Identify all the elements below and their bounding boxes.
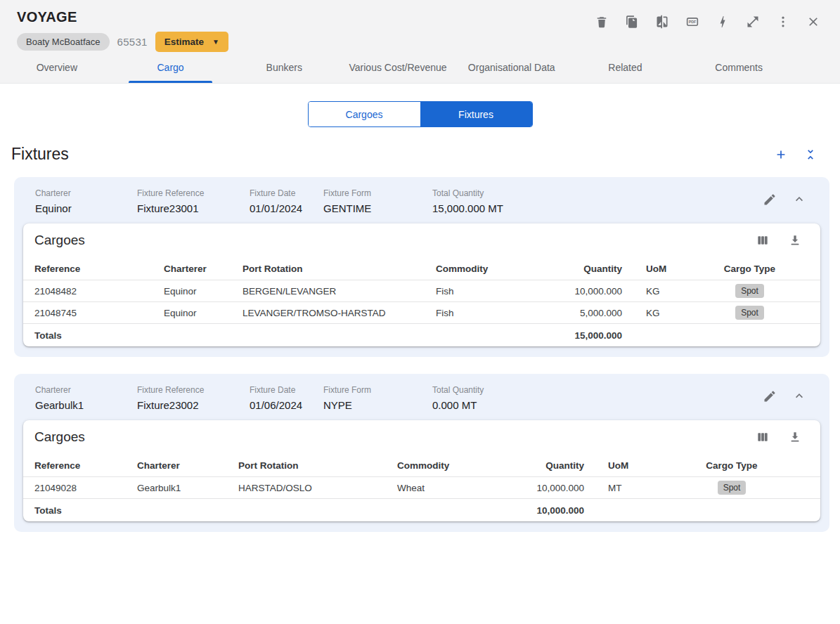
tab-cargo[interactable]: Cargo [114,52,228,83]
col-uom: UoM [622,264,690,274]
titlebar-left: VOYAGE Boaty McBoatface 65531 Estimate ▼ [17,9,228,52]
field-value: Gearbulk1 [35,399,137,411]
fixture-field-form: Fixture Form GENTIME [323,188,432,214]
cell-charterer: Equinor [164,308,243,318]
field-value: GENTIME [323,202,432,214]
cargo-type-badge: Spot [735,284,764,298]
field-label: Fixture Date [250,188,323,198]
cell-port-rotation: LEVANGER/TROMSO-HARSTAD [243,308,436,318]
cell-quantity: 5,000.000 [554,308,622,318]
field-value: Fixture23001 [137,202,250,214]
field-value: Fixture23002 [137,399,250,411]
more-vert-icon[interactable] [776,14,791,30]
field-label: Total Quantity [432,188,503,198]
voyage-number: 65531 [117,36,148,48]
fixtures-section-title: Fixtures [11,145,69,164]
copy-icon[interactable] [625,14,640,30]
fixture-header: Charterer Equinor Fixture Reference Fixt… [23,186,820,223]
fixture-field-reference: Fixture Reference Fixture23001 [137,188,250,214]
col-quantity: Quantity [554,264,622,274]
col-reference: Reference [34,460,137,471]
cell-reference: 21049028 [34,483,137,493]
svg-text:PDF: PDF [689,20,697,24]
cell-uom: KG [622,308,690,318]
columns-icon[interactable] [756,429,771,445]
cell-quantity: 10,000.000 [514,483,584,493]
col-commodity: Commodity [436,264,554,274]
delete-icon[interactable] [595,14,610,30]
fixture-field-charterer: Charterer Equinor [35,188,137,214]
fixtures-section-actions [774,147,819,162]
cargoes-table: Reference Charterer Port Rotation Commod… [23,257,820,346]
fixture-field-form: Fixture Form NYPE [323,385,432,411]
download-icon[interactable] [788,429,803,445]
col-port-rotation: Port Rotation [238,460,397,471]
tab-comments[interactable]: Comments [682,52,796,83]
expand-icon[interactable] [746,14,761,30]
download-icon[interactable] [788,233,803,248]
field-label: Fixture Form [323,385,432,395]
cell-commodity: Fish [436,308,554,318]
cargoes-fixtures-toggle: Cargoes Fixtures [308,101,533,127]
fixture-field-total-quantity: Total Quantity 0.000 MT [432,385,484,411]
cell-commodity: Wheat [397,483,514,493]
titlebar-actions: PDF [595,9,822,52]
col-charterer: Charterer [137,460,238,471]
cell-uom: KG [622,286,690,297]
tab-organisational-data[interactable]: Organisational Data [455,52,569,83]
fixture-field-date: Fixture Date 01/06/2024 [250,385,323,411]
fixture-header-actions [763,389,808,404]
fixture-header: Charterer Gearbulk1 Fixture Reference Fi… [23,383,820,420]
cell-quantity: 10,000.000 [554,286,622,297]
field-value: 0.000 MT [432,399,484,411]
close-icon[interactable] [806,14,822,30]
field-value: Equinor [35,202,137,214]
cell-charterer: Gearbulk1 [137,483,238,493]
field-label: Charterer [35,188,137,198]
cargoes-title: Cargoes [34,233,85,248]
estimate-label: Estimate [164,37,204,47]
cell-uom: MT [584,483,654,493]
col-reference: Reference [34,264,164,274]
pdf-icon[interactable]: PDF [685,14,701,30]
totals-row: Totals 10,000.000 [23,499,820,521]
table-row[interactable]: 21048482 Equinor BERGEN/LEVANGER Fish 10… [23,280,820,302]
toggle-option-fixtures[interactable]: Fixtures [420,102,532,126]
cargo-type-badge: Spot [735,306,764,320]
estimate-dropdown-button[interactable]: Estimate ▼ [155,32,228,52]
cell-charterer: Equinor [164,286,243,297]
table-row[interactable]: 21048745 Equinor LEVANGER/TROMSO-HARSTAD… [23,302,820,324]
chevron-up-icon[interactable] [792,192,808,207]
cell-port-rotation: BERGEN/LEVANGER [243,286,436,297]
field-value: 01/01/2024 [250,202,323,214]
edit-icon[interactable] [763,389,778,404]
voyage-titlebar: VOYAGE Boaty McBoatface 65531 Estimate ▼ [0,0,840,52]
cargoes-table: Reference Charterer Port Rotation Commod… [23,454,820,521]
edit-icon[interactable] [763,192,778,207]
cell-cargo-type: Spot [690,306,809,320]
view-toggle-wrap: Cargoes Fixtures [0,84,840,127]
bolt-icon[interactable] [716,14,731,30]
cargo-type-badge: Spot [718,481,747,495]
field-label: Total Quantity [432,385,484,395]
tab-overview[interactable]: Overview [0,52,114,83]
collapse-all-icon[interactable] [803,147,819,162]
tab-various-cost-revenue[interactable]: Various Cost/Revenue [341,52,455,83]
cargoes-table-actions [756,429,803,445]
cargoes-panel-head: Cargoes [23,429,820,445]
columns-icon[interactable] [756,233,771,248]
totals-label: Totals [34,330,164,341]
cell-port-rotation: HARSTAD/OSLO [238,483,397,493]
col-port-rotation: Port Rotation [243,264,436,274]
totals-quantity: 15,000.000 [554,330,622,341]
tab-related[interactable]: Related [569,52,683,83]
chevron-up-icon[interactable] [792,389,808,404]
totals-row: Totals 15,000.000 [23,324,820,346]
toggle-option-cargoes[interactable]: Cargoes [309,102,420,126]
fixture-field-total-quantity: Total Quantity 15,000.000 MT [432,188,503,214]
tab-bunkers[interactable]: Bunkers [227,52,341,83]
add-icon[interactable] [774,147,789,162]
compare-icon[interactable] [655,14,671,30]
table-row[interactable]: 21049028 Gearbulk1 HARSTAD/OSLO Wheat 10… [23,477,820,499]
fixture-field-reference: Fixture Reference Fixture23002 [137,385,250,411]
